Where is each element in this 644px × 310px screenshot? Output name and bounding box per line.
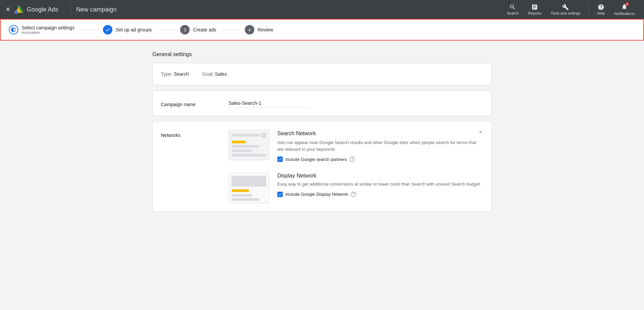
top-nav: ✕ Google Ads New campaign Search Reports… — [0, 0, 644, 19]
campaign-name-input-wrap — [229, 99, 483, 108]
display-thumb-bar-2 — [232, 198, 259, 201]
display-thumb-box — [232, 176, 266, 187]
close-button[interactable]: ✕ — [5, 6, 10, 13]
reports-nav-button[interactable]: Reports — [524, 2, 545, 17]
step-connector-3 — [220, 30, 241, 30]
reports-icon — [531, 4, 538, 10]
display-network-checkbox[interactable] — [277, 192, 283, 197]
notifications-label: Notifications — [614, 11, 635, 16]
display-network-title-row: Display Network — [277, 173, 483, 179]
display-thumb-yellow — [232, 189, 249, 192]
goal-item: Goal: Sales — [202, 71, 227, 77]
section-title: General settings — [152, 51, 492, 57]
step-2-text: Set up ad groups — [116, 27, 152, 32]
campaign-name-input[interactable] — [229, 99, 310, 108]
campaign-name-card-body: Campaign name — [153, 91, 491, 116]
search-network-title: Search Network — [277, 130, 316, 137]
networks-label: Networks — [161, 130, 215, 138]
nav-icon-divider — [588, 4, 589, 15]
google-ads-logo: Google Ads — [15, 5, 58, 14]
search-label: Search — [507, 11, 519, 15]
step-1-select-campaign[interactable]: Select campaign settings Incomplete — [9, 25, 74, 34]
step-1-incomplete-icon — [11, 27, 16, 32]
campaign-name-card: Campaign name — [152, 91, 492, 116]
step-4-number: 4 — [248, 27, 251, 32]
campaign-name-label: Campaign name — [161, 99, 215, 107]
campaign-title: New campaign — [76, 6, 116, 13]
thumb-bar-1 — [232, 145, 259, 148]
display-network-title: Display Network — [277, 173, 317, 179]
thumb-bar-2 — [232, 149, 252, 152]
reports-label: Reports — [528, 11, 541, 15]
help-label: Help — [597, 11, 605, 15]
logo-svg — [15, 5, 24, 14]
main-content: General settings Type: Search Goal: Sale… — [144, 51, 500, 212]
step-3-create-ads[interactable]: 3 Create ads — [180, 25, 216, 34]
display-network-help-icon[interactable]: ? — [351, 192, 356, 197]
goal-value: Sales — [215, 71, 227, 77]
tools-label: Tools and settings — [551, 11, 580, 15]
notifications-nav-button[interactable]: 1 Notifications — [610, 1, 639, 18]
search-partners-help-icon[interactable]: ? — [349, 157, 355, 162]
networks-content: Search Network ⌃ Ads can appear near Goo… — [229, 130, 483, 203]
type-item: Type: Search — [161, 71, 189, 77]
nav-icons: Search Reports Tools and settings Help 1… — [503, 1, 639, 18]
tools-nav-button[interactable]: Tools and settings — [546, 2, 584, 17]
display-network-label: Include Google Display Network — [285, 192, 348, 197]
search-nav-button[interactable]: Search — [503, 2, 523, 17]
app-name-label: Google Ads — [27, 6, 58, 13]
step-4-review[interactable]: 4 Review — [245, 25, 273, 34]
type-goal-row: Type: Search Goal: Sales — [161, 71, 483, 77]
step-connector-1 — [79, 30, 99, 30]
networks-row: Networks — [161, 130, 483, 203]
campaign-name-row: Campaign name — [161, 99, 483, 108]
display-thumb-wrapper — [232, 176, 266, 201]
networks-card: Networks — [152, 121, 492, 212]
type-goal-card-body: Type: Search Goal: Sales — [153, 63, 491, 85]
search-network-details: Search Network ⌃ Ads can appear near Goo… — [277, 130, 483, 162]
step-4-text: Review — [258, 27, 273, 32]
search-partners-label: Include Google search partners — [285, 157, 347, 162]
nav-divider — [70, 4, 71, 15]
checkbox-check-icon — [278, 157, 282, 161]
thumb-header-icon — [261, 133, 266, 138]
step-1-text: Select campaign settings Incomplete — [22, 25, 74, 34]
type-goal-card: Type: Search Goal: Sales — [152, 63, 492, 85]
step-1-label: Select campaign settings — [22, 25, 74, 30]
step-2-icon — [103, 25, 112, 34]
step-1-sublabel: Incomplete — [22, 30, 74, 34]
search-partners-checkbox-row: Include Google search partners ? — [277, 157, 483, 162]
display-thumb-left — [232, 176, 266, 201]
display-network-thumbnail — [229, 173, 269, 203]
networks-card-body: Networks — [153, 122, 491, 211]
thumb-search-header — [232, 133, 266, 138]
goal-label: Goal: — [202, 71, 214, 77]
search-network-thumbnail — [229, 130, 269, 160]
search-icon — [509, 4, 516, 10]
notification-badge: 1 — [625, 2, 629, 6]
display-thumb-bar-1 — [232, 194, 252, 197]
step-2-label: Set up ad groups — [116, 27, 152, 32]
step-3-number: 3 — [184, 27, 186, 32]
step-2-check-icon — [105, 27, 110, 32]
step-3-icon: 3 — [180, 25, 190, 34]
thumb-bar-3 — [232, 154, 266, 157]
help-icon — [598, 4, 604, 10]
help-nav-button[interactable]: Help — [593, 2, 609, 17]
tools-icon — [562, 4, 569, 10]
stepper-bar: Select campaign settings Incomplete Set … — [0, 19, 644, 41]
display-network-checkbox-row: Include Google Display Network ? — [277, 192, 483, 197]
type-label: Type: — [161, 71, 172, 77]
step-4-label: Review — [258, 27, 273, 32]
search-network-title-row: Search Network ⌃ — [277, 130, 483, 137]
display-network-item: Display Network Easy way to get addition… — [229, 173, 483, 203]
search-network-item: Search Network ⌃ Ads can appear near Goo… — [229, 130, 483, 162]
display-checkbox-check-icon — [278, 192, 282, 196]
search-partners-checkbox[interactable] — [277, 157, 283, 162]
notification-dot-wrapper: 1 — [621, 3, 628, 11]
thumb-bar-yellow — [232, 141, 245, 143]
step-2-ad-groups[interactable]: Set up ad groups — [103, 25, 152, 34]
step-connector-2 — [156, 30, 176, 30]
thumb-header-bar — [232, 134, 260, 137]
search-network-collapse-button[interactable]: ⌃ — [478, 130, 483, 137]
